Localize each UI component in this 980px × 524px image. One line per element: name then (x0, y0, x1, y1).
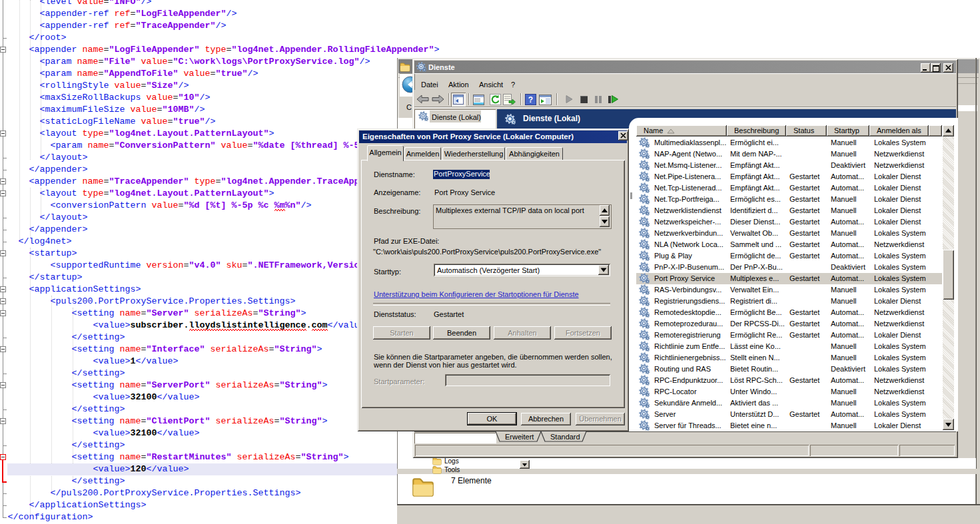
svg-text:?: ? (528, 95, 533, 105)
svg-text:Standard: Standard (550, 433, 580, 441)
svg-text:Erweitert: Erweitert (505, 433, 534, 441)
